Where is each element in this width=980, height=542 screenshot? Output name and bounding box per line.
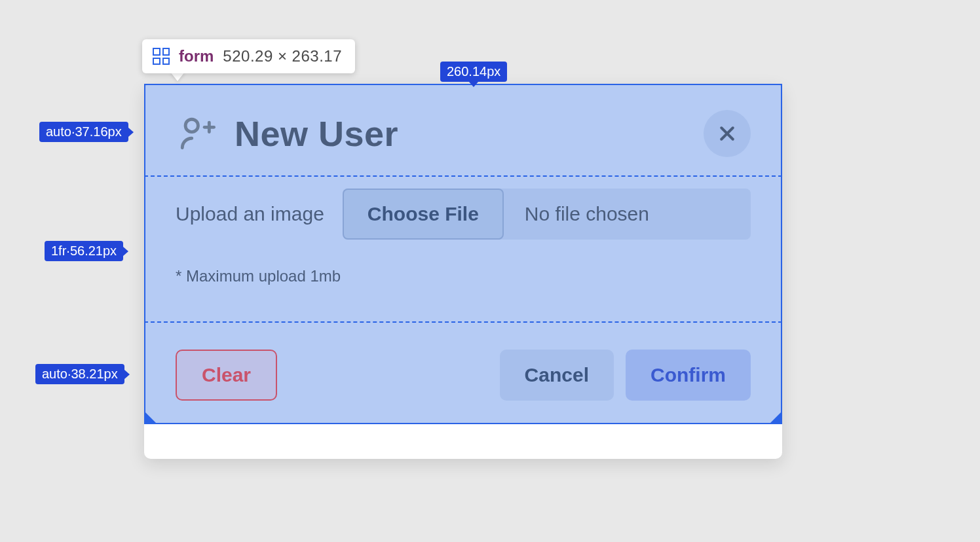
- svg-point-0: [185, 119, 198, 132]
- upload-hint: * Maximum upload 1mb: [176, 267, 751, 285]
- upload-label: Upload an image: [176, 203, 324, 225]
- file-chosen-text: No file chosen: [504, 189, 670, 240]
- tooltip-tag: form: [179, 47, 214, 65]
- clear-button[interactable]: Clear: [176, 350, 277, 401]
- form-header: New User: [176, 110, 751, 157]
- close-icon: [717, 124, 737, 143]
- grid-row-size-pill-2: 1fr·56.21px: [45, 241, 123, 261]
- new-user-form: New User Upload an image Choose File No …: [144, 84, 782, 424]
- devtools-inspect-tooltip: form 520.29 × 263.17: [142, 39, 355, 73]
- confirm-button[interactable]: Confirm: [626, 350, 751, 401]
- grid-row-size-pill-1: auto·37.16px: [39, 122, 128, 142]
- user-plus-icon: [176, 115, 217, 153]
- file-input[interactable]: Choose File No file chosen: [343, 189, 751, 240]
- cancel-button[interactable]: Cancel: [500, 350, 614, 401]
- tooltip-dimensions: 520.29 × 263.17: [223, 47, 342, 65]
- tooltip-tail: [170, 72, 185, 81]
- upload-row: Upload an image Choose File No file chos…: [176, 189, 751, 240]
- grid-row-size-pill-3: auto·38.21px: [35, 364, 124, 384]
- form-body: Upload an image Choose File No file chos…: [176, 157, 751, 346]
- form-card: New User Upload an image Choose File No …: [144, 84, 782, 459]
- form-title: New User: [235, 113, 398, 154]
- grid-column-size-pill: 260.14px: [440, 62, 507, 82]
- form-footer: Clear Cancel Confirm: [176, 346, 751, 401]
- grid-icon: [153, 48, 170, 65]
- choose-file-button[interactable]: Choose File: [343, 189, 504, 240]
- close-button[interactable]: [704, 110, 751, 157]
